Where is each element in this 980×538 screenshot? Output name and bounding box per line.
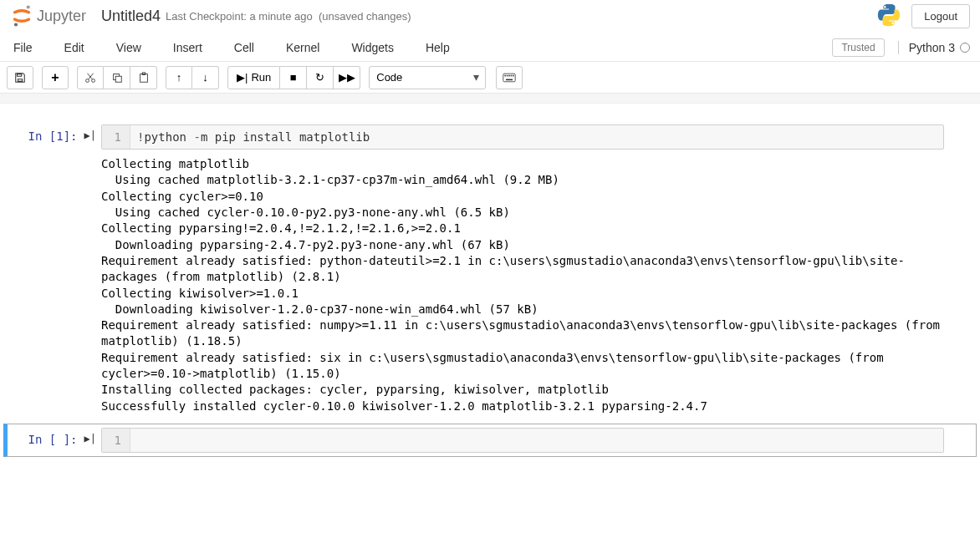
save-button[interactable] bbox=[7, 66, 33, 89]
menu-widgets[interactable]: Widgets bbox=[348, 36, 407, 59]
svg-rect-16 bbox=[506, 79, 513, 80]
plus-icon: + bbox=[51, 70, 59, 85]
svg-point-0 bbox=[27, 5, 30, 8]
run-button[interactable]: ▶| Run bbox=[227, 66, 280, 89]
menu-insert[interactable]: Insert bbox=[170, 36, 216, 59]
run-cell-icon[interactable]: ▶| bbox=[84, 129, 96, 414]
svg-rect-11 bbox=[505, 74, 507, 76]
svg-point-5 bbox=[92, 79, 95, 82]
line-gutter: 1 bbox=[102, 125, 130, 149]
menu-help[interactable]: Help bbox=[422, 36, 463, 59]
arrow-down-icon: ↓ bbox=[202, 71, 208, 84]
svg-rect-12 bbox=[507, 74, 508, 76]
fast-forward-button[interactable]: ▶▶ bbox=[334, 66, 360, 89]
restart-button[interactable]: ↻ bbox=[307, 66, 334, 89]
prompt-text: In [1]: bbox=[28, 129, 78, 414]
menu-view[interactable]: View bbox=[113, 36, 155, 59]
paste-button[interactable] bbox=[130, 66, 157, 89]
move-down-button[interactable]: ↓ bbox=[192, 66, 219, 89]
code-cell[interactable]: In [ ]: ▶| 1 bbox=[3, 424, 977, 457]
stop-button[interactable]: ■ bbox=[280, 66, 307, 89]
header: Jupyter Untitled4 Last Checkpoint: a min… bbox=[0, 0, 980, 33]
svg-rect-15 bbox=[513, 74, 514, 76]
keyboard-icon bbox=[503, 73, 516, 83]
cell-output: Collecting matplotlib Using cached matpl… bbox=[101, 150, 944, 414]
menu-cell[interactable]: Cell bbox=[231, 36, 268, 59]
svg-rect-8 bbox=[140, 74, 147, 82]
kernel-name-text: Python 3 bbox=[909, 41, 955, 54]
add-cell-button[interactable]: + bbox=[42, 66, 69, 89]
move-up-button[interactable]: ↑ bbox=[166, 66, 192, 89]
restart-icon: ↻ bbox=[315, 71, 324, 84]
gap-bar bbox=[0, 94, 980, 104]
fast-forward-icon: ▶▶ bbox=[339, 71, 355, 84]
code-input-area[interactable]: 1 !python -m pip install matplotlib bbox=[101, 124, 944, 150]
line-gutter: 1 bbox=[102, 429, 130, 452]
svg-point-2 bbox=[884, 5, 886, 7]
code-cell[interactable]: In [1]: ▶| 1 !python -m pip install matp… bbox=[3, 120, 977, 419]
menu-kernel[interactable]: Kernel bbox=[283, 36, 333, 59]
svg-point-1 bbox=[14, 23, 18, 26]
menu-edit[interactable]: Edit bbox=[61, 36, 98, 59]
trusted-badge[interactable]: Trusted bbox=[832, 38, 884, 57]
svg-point-4 bbox=[86, 79, 89, 82]
jupyter-logo[interactable]: Jupyter bbox=[10, 4, 86, 28]
checkpoint-text: Last Checkpoint: a minute ago (unsaved c… bbox=[166, 10, 411, 23]
cut-icon bbox=[84, 72, 96, 84]
stop-icon: ■ bbox=[290, 71, 297, 84]
paste-icon bbox=[138, 72, 150, 84]
menubar: File Edit View Insert Cell Kernel Widget… bbox=[0, 33, 980, 62]
cut-button[interactable] bbox=[77, 66, 104, 89]
save-icon bbox=[14, 72, 26, 84]
run-label: Run bbox=[251, 71, 271, 84]
kernel-indicator[interactable]: Python 3 bbox=[898, 41, 970, 54]
notebook-container: In [1]: ▶| 1 !python -m pip install matp… bbox=[0, 104, 980, 479]
code-input-area[interactable]: 1 bbox=[101, 428, 944, 453]
play-step-icon: ▶| bbox=[237, 71, 248, 84]
kernel-status-icon bbox=[960, 43, 970, 53]
input-prompt: In [1]: ▶| bbox=[9, 124, 101, 414]
command-palette-button[interactable] bbox=[496, 66, 523, 89]
run-cell-icon[interactable]: ▶| bbox=[84, 433, 96, 453]
menu-file[interactable]: File bbox=[10, 36, 46, 59]
python-icon bbox=[876, 3, 901, 30]
svg-rect-13 bbox=[508, 74, 510, 76]
svg-rect-7 bbox=[115, 76, 121, 82]
jupyter-icon bbox=[10, 4, 33, 28]
input-prompt: In [ ]: ▶| bbox=[9, 428, 101, 453]
code-content[interactable] bbox=[130, 429, 943, 452]
celltype-select[interactable]: Code bbox=[369, 66, 486, 89]
copy-icon bbox=[111, 72, 123, 84]
copy-button[interactable] bbox=[104, 66, 130, 89]
svg-point-3 bbox=[892, 22, 894, 23]
toolbar: + ↑ ↓ ▶| Run ■ ↻ ▶▶ Code bbox=[0, 62, 980, 94]
svg-rect-14 bbox=[511, 74, 513, 76]
notebook-name[interactable]: Untitled4 bbox=[101, 8, 161, 25]
arrow-up-icon: ↑ bbox=[176, 71, 182, 84]
prompt-text: In [ ]: bbox=[28, 433, 78, 453]
logout-button[interactable]: Logout bbox=[911, 4, 970, 28]
svg-rect-10 bbox=[503, 74, 515, 82]
code-content[interactable]: !python -m pip install matplotlib bbox=[130, 125, 943, 149]
logo-text: Jupyter bbox=[37, 8, 86, 25]
